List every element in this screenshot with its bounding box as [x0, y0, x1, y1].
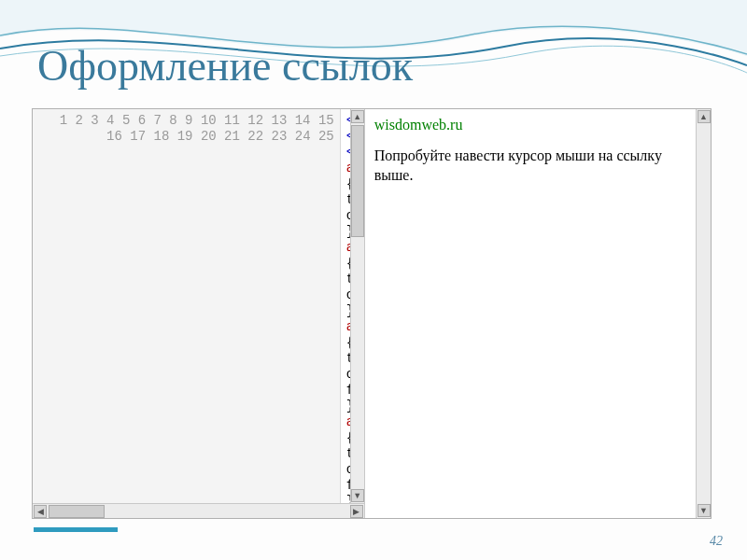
preview-paragraph: Попробуйте навести курсор мыши на ссылку… — [374, 147, 686, 186]
code-area[interactable]: <html> <head> <style type='text/css'> a:… — [341, 109, 350, 503]
code-pane: 1 2 3 4 5 6 7 8 9 10 11 12 13 14 15 16 1… — [33, 109, 365, 518]
scroll-down-arrow-icon[interactable]: ▼ — [351, 489, 364, 502]
scroll-up-arrow-icon[interactable]: ▲ — [351, 110, 364, 123]
page-number: 42 — [710, 534, 723, 549]
preview-pane: wisdomweb.ru Попробуйте навести курсор м… — [365, 109, 711, 518]
preview-vertical-scrollbar[interactable]: ▲ ▼ — [696, 109, 711, 518]
slide-title: Оформление ссылок — [37, 41, 413, 91]
scroll-right-arrow-icon[interactable]: ▶ — [350, 505, 363, 518]
code-vertical-scrollbar[interactable]: ▲ ▼ — [350, 109, 364, 503]
scroll-thumb-vertical[interactable] — [351, 125, 364, 237]
example-panel: 1 2 3 4 5 6 7 8 9 10 11 12 13 14 15 16 1… — [32, 108, 712, 519]
scroll-up-arrow-icon[interactable]: ▲ — [698, 110, 711, 123]
bottom-accent-bar — [34, 527, 118, 532]
line-number-gutter: 1 2 3 4 5 6 7 8 9 10 11 12 13 14 15 16 1… — [33, 109, 341, 503]
scroll-thumb-horizontal[interactable] — [49, 505, 105, 518]
scroll-down-arrow-icon[interactable]: ▼ — [698, 504, 711, 517]
code-horizontal-scrollbar[interactable]: ◀ ▶ — [33, 503, 364, 518]
preview-link[interactable]: wisdomweb.ru — [374, 117, 463, 133]
scroll-left-arrow-icon[interactable]: ◀ — [34, 505, 47, 518]
